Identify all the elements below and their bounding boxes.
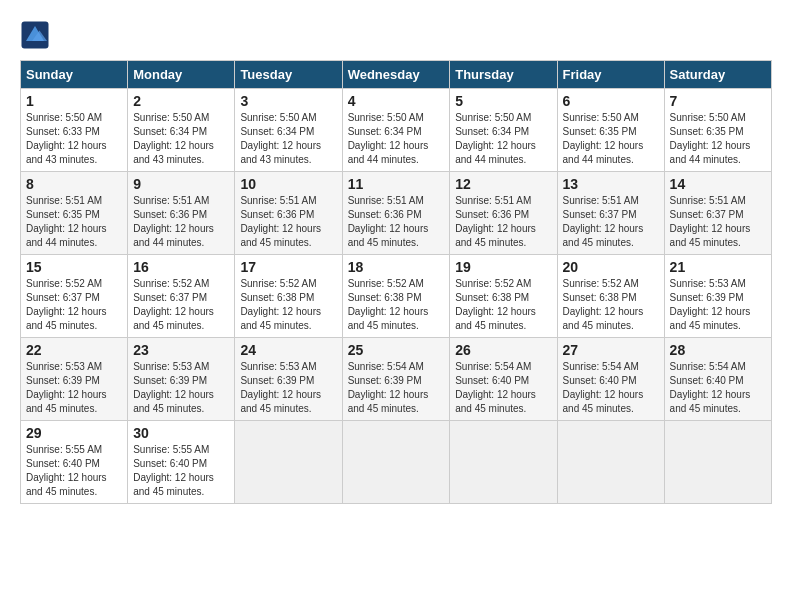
day-info: Sunrise: 5:51 AMSunset: 6:36 PMDaylight:… — [348, 194, 445, 250]
day-info: Sunrise: 5:53 AMSunset: 6:39 PMDaylight:… — [26, 360, 122, 416]
day-info: Sunrise: 5:52 AMSunset: 6:38 PMDaylight:… — [240, 277, 336, 333]
day-number: 24 — [240, 342, 336, 358]
day-info: Sunrise: 5:54 AMSunset: 6:40 PMDaylight:… — [670, 360, 766, 416]
day-number: 1 — [26, 93, 122, 109]
day-info: Sunrise: 5:51 AMSunset: 6:36 PMDaylight:… — [455, 194, 551, 250]
day-number: 11 — [348, 176, 445, 192]
day-info: Sunrise: 5:51 AMSunset: 6:36 PMDaylight:… — [240, 194, 336, 250]
calendar-cell: 17Sunrise: 5:52 AMSunset: 6:38 PMDayligh… — [235, 255, 342, 338]
day-number: 8 — [26, 176, 122, 192]
calendar-cell: 19Sunrise: 5:52 AMSunset: 6:38 PMDayligh… — [450, 255, 557, 338]
calendar-cell: 4Sunrise: 5:50 AMSunset: 6:34 PMDaylight… — [342, 89, 450, 172]
calendar-cell: 28Sunrise: 5:54 AMSunset: 6:40 PMDayligh… — [664, 338, 771, 421]
calendar-cell: 27Sunrise: 5:54 AMSunset: 6:40 PMDayligh… — [557, 338, 664, 421]
day-number: 5 — [455, 93, 551, 109]
day-number: 9 — [133, 176, 229, 192]
calendar-week-row: 22Sunrise: 5:53 AMSunset: 6:39 PMDayligh… — [21, 338, 772, 421]
calendar-cell: 8Sunrise: 5:51 AMSunset: 6:35 PMDaylight… — [21, 172, 128, 255]
calendar-cell: 29Sunrise: 5:55 AMSunset: 6:40 PMDayligh… — [21, 421, 128, 504]
day-number: 10 — [240, 176, 336, 192]
weekday-header-friday: Friday — [557, 61, 664, 89]
calendar-cell: 18Sunrise: 5:52 AMSunset: 6:38 PMDayligh… — [342, 255, 450, 338]
day-info: Sunrise: 5:50 AMSunset: 6:35 PMDaylight:… — [670, 111, 766, 167]
calendar-cell: 10Sunrise: 5:51 AMSunset: 6:36 PMDayligh… — [235, 172, 342, 255]
day-info: Sunrise: 5:54 AMSunset: 6:39 PMDaylight:… — [348, 360, 445, 416]
calendar-cell — [557, 421, 664, 504]
day-info: Sunrise: 5:52 AMSunset: 6:38 PMDaylight:… — [348, 277, 445, 333]
calendar-cell: 12Sunrise: 5:51 AMSunset: 6:36 PMDayligh… — [450, 172, 557, 255]
day-number: 19 — [455, 259, 551, 275]
calendar-week-row: 15Sunrise: 5:52 AMSunset: 6:37 PMDayligh… — [21, 255, 772, 338]
weekday-header-monday: Monday — [128, 61, 235, 89]
calendar-cell: 22Sunrise: 5:53 AMSunset: 6:39 PMDayligh… — [21, 338, 128, 421]
calendar-cell: 26Sunrise: 5:54 AMSunset: 6:40 PMDayligh… — [450, 338, 557, 421]
day-info: Sunrise: 5:50 AMSunset: 6:34 PMDaylight:… — [348, 111, 445, 167]
day-number: 28 — [670, 342, 766, 358]
weekday-header-saturday: Saturday — [664, 61, 771, 89]
day-info: Sunrise: 5:54 AMSunset: 6:40 PMDaylight:… — [455, 360, 551, 416]
day-info: Sunrise: 5:50 AMSunset: 6:34 PMDaylight:… — [133, 111, 229, 167]
calendar-week-row: 29Sunrise: 5:55 AMSunset: 6:40 PMDayligh… — [21, 421, 772, 504]
day-info: Sunrise: 5:51 AMSunset: 6:37 PMDaylight:… — [563, 194, 659, 250]
weekday-header-tuesday: Tuesday — [235, 61, 342, 89]
day-info: Sunrise: 5:53 AMSunset: 6:39 PMDaylight:… — [133, 360, 229, 416]
weekday-header-thursday: Thursday — [450, 61, 557, 89]
calendar-cell: 13Sunrise: 5:51 AMSunset: 6:37 PMDayligh… — [557, 172, 664, 255]
calendar-week-row: 1Sunrise: 5:50 AMSunset: 6:33 PMDaylight… — [21, 89, 772, 172]
day-number: 6 — [563, 93, 659, 109]
day-info: Sunrise: 5:52 AMSunset: 6:37 PMDaylight:… — [26, 277, 122, 333]
calendar-cell: 25Sunrise: 5:54 AMSunset: 6:39 PMDayligh… — [342, 338, 450, 421]
calendar-cell: 9Sunrise: 5:51 AMSunset: 6:36 PMDaylight… — [128, 172, 235, 255]
day-number: 17 — [240, 259, 336, 275]
day-info: Sunrise: 5:50 AMSunset: 6:35 PMDaylight:… — [563, 111, 659, 167]
calendar-cell: 1Sunrise: 5:50 AMSunset: 6:33 PMDaylight… — [21, 89, 128, 172]
header — [20, 20, 772, 50]
calendar-cell: 21Sunrise: 5:53 AMSunset: 6:39 PMDayligh… — [664, 255, 771, 338]
day-info: Sunrise: 5:51 AMSunset: 6:37 PMDaylight:… — [670, 194, 766, 250]
weekday-header-sunday: Sunday — [21, 61, 128, 89]
day-number: 30 — [133, 425, 229, 441]
day-number: 14 — [670, 176, 766, 192]
day-number: 21 — [670, 259, 766, 275]
day-info: Sunrise: 5:52 AMSunset: 6:38 PMDaylight:… — [563, 277, 659, 333]
day-number: 29 — [26, 425, 122, 441]
calendar-cell: 11Sunrise: 5:51 AMSunset: 6:36 PMDayligh… — [342, 172, 450, 255]
day-info: Sunrise: 5:52 AMSunset: 6:38 PMDaylight:… — [455, 277, 551, 333]
day-number: 16 — [133, 259, 229, 275]
day-info: Sunrise: 5:53 AMSunset: 6:39 PMDaylight:… — [240, 360, 336, 416]
day-number: 20 — [563, 259, 659, 275]
day-number: 18 — [348, 259, 445, 275]
day-info: Sunrise: 5:53 AMSunset: 6:39 PMDaylight:… — [670, 277, 766, 333]
day-info: Sunrise: 5:50 AMSunset: 6:34 PMDaylight:… — [240, 111, 336, 167]
day-info: Sunrise: 5:55 AMSunset: 6:40 PMDaylight:… — [133, 443, 229, 499]
calendar-cell: 7Sunrise: 5:50 AMSunset: 6:35 PMDaylight… — [664, 89, 771, 172]
day-number: 4 — [348, 93, 445, 109]
day-info: Sunrise: 5:52 AMSunset: 6:37 PMDaylight:… — [133, 277, 229, 333]
day-info: Sunrise: 5:55 AMSunset: 6:40 PMDaylight:… — [26, 443, 122, 499]
calendar-cell: 30Sunrise: 5:55 AMSunset: 6:40 PMDayligh… — [128, 421, 235, 504]
calendar-cell: 3Sunrise: 5:50 AMSunset: 6:34 PMDaylight… — [235, 89, 342, 172]
calendar-table: SundayMondayTuesdayWednesdayThursdayFrid… — [20, 60, 772, 504]
day-info: Sunrise: 5:54 AMSunset: 6:40 PMDaylight:… — [563, 360, 659, 416]
calendar-cell: 6Sunrise: 5:50 AMSunset: 6:35 PMDaylight… — [557, 89, 664, 172]
day-number: 23 — [133, 342, 229, 358]
calendar-cell — [235, 421, 342, 504]
calendar-cell: 15Sunrise: 5:52 AMSunset: 6:37 PMDayligh… — [21, 255, 128, 338]
day-number: 26 — [455, 342, 551, 358]
calendar-cell: 20Sunrise: 5:52 AMSunset: 6:38 PMDayligh… — [557, 255, 664, 338]
day-number: 3 — [240, 93, 336, 109]
day-info: Sunrise: 5:51 AMSunset: 6:36 PMDaylight:… — [133, 194, 229, 250]
calendar-week-row: 8Sunrise: 5:51 AMSunset: 6:35 PMDaylight… — [21, 172, 772, 255]
day-number: 13 — [563, 176, 659, 192]
day-info: Sunrise: 5:50 AMSunset: 6:34 PMDaylight:… — [455, 111, 551, 167]
logo-icon — [20, 20, 50, 50]
calendar-cell: 23Sunrise: 5:53 AMSunset: 6:39 PMDayligh… — [128, 338, 235, 421]
weekday-header-wednesday: Wednesday — [342, 61, 450, 89]
calendar-cell: 5Sunrise: 5:50 AMSunset: 6:34 PMDaylight… — [450, 89, 557, 172]
day-info: Sunrise: 5:50 AMSunset: 6:33 PMDaylight:… — [26, 111, 122, 167]
calendar-cell — [664, 421, 771, 504]
calendar-cell: 24Sunrise: 5:53 AMSunset: 6:39 PMDayligh… — [235, 338, 342, 421]
calendar-cell: 14Sunrise: 5:51 AMSunset: 6:37 PMDayligh… — [664, 172, 771, 255]
day-number: 7 — [670, 93, 766, 109]
calendar-cell — [450, 421, 557, 504]
